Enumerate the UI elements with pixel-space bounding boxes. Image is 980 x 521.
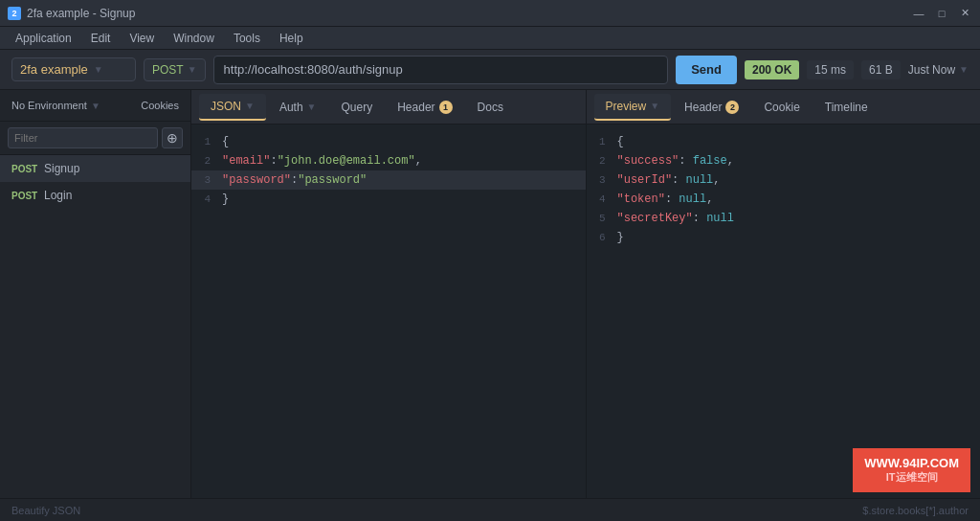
- tab-preview-chevron-icon: ▼: [650, 101, 659, 111]
- cookies-button[interactable]: Cookies: [137, 98, 183, 113]
- resp-line-num-5: 5: [587, 210, 617, 227]
- resp-success: "success": false,: [617, 152, 734, 170]
- tab-docs-label: Docs: [478, 101, 503, 114]
- filter-add-button[interactable]: ⊕: [162, 127, 183, 148]
- response-tab-bar: Preview ▼ Header 2 Cookie Timeline: [587, 90, 981, 125]
- tab-auth-label: Auth: [279, 101, 303, 114]
- tab-json-chevron-icon: ▼: [245, 101, 255, 111]
- tab-json[interactable]: JSON ▼: [199, 94, 266, 121]
- collection-chevron-icon: ▼: [94, 64, 103, 75]
- collection-selector[interactable]: 2fa example ▼: [11, 57, 136, 81]
- watermark: WWW.94IP.COM IT运维空间: [853, 448, 970, 492]
- timestamp: Just Now ▼: [908, 63, 969, 77]
- tab-header-label: Header: [397, 101, 434, 114]
- maximize-button[interactable]: □: [934, 6, 949, 21]
- env-selector[interactable]: No Environment ▼: [8, 98, 104, 113]
- line-num-1: 1: [191, 133, 222, 150]
- tab-timeline[interactable]: Timeline: [813, 95, 880, 120]
- menu-bar: Application Edit View Window Tools Help: [0, 27, 980, 50]
- response-line-1: 1 {: [587, 132, 981, 151]
- resp-line-num-6: 6: [587, 229, 617, 246]
- response-header-badge: 2: [725, 101, 739, 114]
- filter-row: ⊕: [0, 122, 190, 155]
- code-password-key: "password":"password": [222, 171, 367, 189]
- send-button[interactable]: Send: [676, 56, 737, 84]
- tab-cookie-label: Cookie: [764, 101, 799, 114]
- status-bar: Beautify JSON $.store.books[*].author: [0, 498, 980, 521]
- request-line-1: 1 {: [191, 132, 586, 151]
- method-text: POST: [152, 63, 184, 77]
- method-selector[interactable]: POST ▼: [144, 58, 206, 81]
- request-line-4: 4 }: [191, 190, 586, 209]
- response-code-area: 1 { 2 "success": false, 3 "userId": null…: [587, 125, 981, 498]
- panels: JSON ▼ Auth ▼ Query Header 1 Docs: [191, 90, 980, 498]
- timestamp-text: Just Now: [908, 63, 955, 77]
- url-input[interactable]: [213, 56, 669, 84]
- env-label: No Environment: [11, 100, 87, 111]
- resp-token: "token": null,: [617, 191, 714, 208]
- header-badge: 1: [439, 101, 453, 114]
- line-num-3: 3: [191, 171, 222, 189]
- response-size: 61 B: [861, 60, 901, 79]
- app-icon: 2: [8, 7, 21, 20]
- main-toolbar: 2fa example ▼ POST ▼ Send 200 OK 15 ms 6…: [0, 50, 980, 90]
- menu-tools[interactable]: Tools: [226, 30, 268, 47]
- menu-application[interactable]: Application: [8, 30, 79, 47]
- response-line-5: 5 "secretKey": null: [587, 209, 981, 228]
- tab-preview[interactable]: Preview ▼: [594, 94, 672, 121]
- watermark-top: WWW.94IP.COM: [864, 456, 959, 470]
- menu-view[interactable]: View: [122, 30, 162, 47]
- tab-json-label: JSON: [211, 100, 241, 113]
- response-line-3: 3 "userId": null,: [587, 170, 981, 190]
- status-bar-left[interactable]: Beautify JSON: [11, 505, 80, 516]
- resp-line-num-1: 1: [587, 133, 617, 150]
- window-title: 2fa example - Signup: [27, 7, 135, 20]
- sidebar-item-signup[interactable]: POST Signup: [0, 155, 190, 182]
- line-num-2: 2: [191, 152, 222, 170]
- timestamp-chevron-icon: ▼: [959, 64, 969, 75]
- tab-cookie[interactable]: Cookie: [752, 95, 811, 120]
- title-bar-left: 2 2fa example - Signup: [8, 7, 135, 20]
- content-area: No Environment ▼ Cookies ⊕ POST Signup P…: [0, 90, 980, 498]
- request-tab-bar: JSON ▼ Auth ▼ Query Header 1 Docs: [191, 90, 586, 125]
- tab-response-header[interactable]: Header 2: [673, 95, 750, 120]
- tab-preview-label: Preview: [606, 100, 647, 113]
- response-line-6: 6 }: [587, 228, 981, 247]
- tab-docs[interactable]: Docs: [466, 95, 515, 120]
- menu-help[interactable]: Help: [272, 30, 311, 47]
- request-code-area: 1 { 2 "email":"john.doe@email.com", 3 "p…: [191, 125, 586, 498]
- collection-name-text: 2fa example: [20, 62, 88, 77]
- method-tag-signup: POST: [11, 164, 38, 174]
- tab-query[interactable]: Query: [330, 95, 385, 120]
- plus-icon: ⊕: [167, 130, 178, 146]
- minimize-button[interactable]: —: [911, 6, 926, 21]
- resp-line-num-2: 2: [587, 152, 617, 170]
- code-email-key: "email":"john.doe@email.com",: [222, 152, 422, 170]
- resp-line-num-3: 3: [587, 171, 617, 189]
- sidebar-item-login[interactable]: POST Login: [0, 182, 190, 209]
- sidebar-top: No Environment ▼ Cookies: [0, 90, 190, 122]
- tab-header[interactable]: Header 1: [386, 95, 463, 120]
- close-button[interactable]: ✕: [957, 6, 972, 21]
- window-controls: — □ ✕: [911, 6, 972, 21]
- sidebar-label-signup: Signup: [44, 162, 79, 175]
- code-brace-close: }: [222, 191, 229, 208]
- code-brace-open: {: [222, 133, 229, 150]
- resp-userid: "userId": null,: [617, 171, 721, 189]
- watermark-bottom: IT运维空间: [864, 470, 959, 485]
- tab-auth[interactable]: Auth ▼: [268, 95, 328, 120]
- resp-brace-close: }: [617, 229, 624, 246]
- filter-input[interactable]: [8, 127, 158, 148]
- request-line-3: 3 "password":"password": [191, 170, 586, 190]
- tab-auth-chevron-icon: ▼: [307, 102, 317, 112]
- sidebar: No Environment ▼ Cookies ⊕ POST Signup P…: [0, 90, 191, 498]
- tab-query-label: Query: [342, 101, 373, 114]
- resp-line-num-4: 4: [587, 191, 617, 208]
- menu-edit[interactable]: Edit: [83, 30, 119, 47]
- tab-timeline-label: Timeline: [825, 101, 868, 114]
- sidebar-label-login: Login: [44, 189, 72, 202]
- request-line-2: 2 "email":"john.doe@email.com",: [191, 151, 586, 170]
- status-badge: 200 OK: [745, 60, 799, 79]
- menu-window[interactable]: Window: [166, 30, 222, 47]
- resp-brace-open: {: [617, 133, 624, 150]
